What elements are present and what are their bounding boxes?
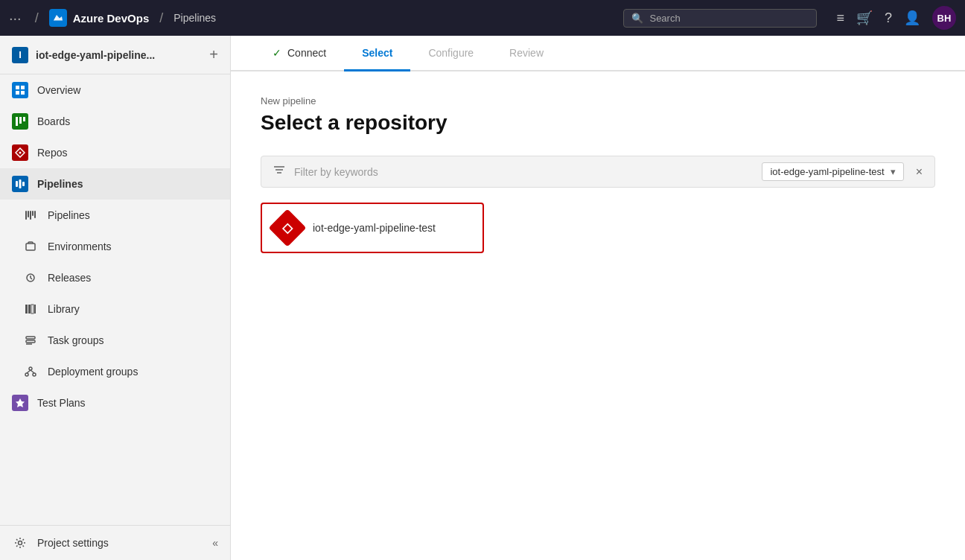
repo-name-0: iot-edge-yaml-pipeline-test xyxy=(313,222,436,234)
svg-rect-2 xyxy=(16,91,19,95)
git-icon-inner: ◇ xyxy=(282,220,293,236)
tab-select-label: Select xyxy=(362,47,392,59)
sidebar-item-test-plans[interactable]: Test Plans xyxy=(0,387,230,419)
releases-icon xyxy=(22,270,39,286)
sidebar-item-repos[interactable]: Repos xyxy=(0,137,230,168)
repo-list: ◇ iot-edge-yaml-pipeline-test xyxy=(261,203,935,253)
sidebar-item-label-repos: Repos xyxy=(37,147,67,159)
topbar-menu-dots[interactable]: ··· xyxy=(9,10,22,27)
filter-selected-value: iot-edge-yaml-pipeline-test ▾ xyxy=(762,162,903,181)
shopping-icon[interactable]: 🛒 xyxy=(856,10,873,26)
filter-dropdown-icon[interactable]: ▾ xyxy=(891,166,896,177)
breadcrumb-pipelines: Pipelines xyxy=(173,12,216,24)
sidebar-item-library[interactable]: Library xyxy=(0,293,230,325)
sidebar-item-label-task-groups: Task groups xyxy=(48,334,103,346)
svg-rect-0 xyxy=(16,86,19,89)
svg-rect-11 xyxy=(25,211,27,220)
svg-rect-22 xyxy=(26,337,35,339)
search-placeholder: Search xyxy=(649,13,680,24)
project-name: iot-edge-yaml-pipeline... xyxy=(36,49,202,61)
svg-rect-13 xyxy=(30,211,31,220)
svg-line-29 xyxy=(27,370,31,373)
sidebar-item-label-overview: Overview xyxy=(37,84,80,96)
sidebar-item-label-pipelines-sub: Pipelines xyxy=(48,209,90,221)
deployment-groups-icon xyxy=(22,363,39,380)
tab-review: Review xyxy=(491,36,561,71)
page-title: Select a repository xyxy=(261,111,935,135)
pipelines-icon xyxy=(22,207,39,223)
topbar: ··· / Azure DevOps / Pipelines 🔍 Search … xyxy=(0,0,965,36)
pipelines-section-icon xyxy=(12,176,28,192)
main-layout: I iot-edge-yaml-pipeline... + Overview B… xyxy=(0,36,965,560)
tab-review-label: Review xyxy=(509,47,544,59)
svg-point-31 xyxy=(19,541,22,545)
page-subtitle: New pipeline xyxy=(261,95,935,106)
svg-rect-16 xyxy=(26,244,35,250)
tab-configure-label: Configure xyxy=(428,47,474,59)
sidebar-item-label-boards: Boards xyxy=(37,115,70,127)
sidebar-item-environments[interactable]: Environments xyxy=(0,231,230,262)
sidebar-project: I iot-edge-yaml-pipeline... + xyxy=(0,36,230,74)
help-icon[interactable]: ? xyxy=(885,10,892,26)
search-box[interactable]: 🔍 Search xyxy=(623,9,817,28)
content-area: New pipeline Select a repository Filter … xyxy=(231,71,965,560)
avatar[interactable]: BH xyxy=(932,6,956,30)
sidebar-item-pipelines[interactable]: Pipelines xyxy=(0,200,230,231)
svg-rect-18 xyxy=(25,305,28,314)
library-icon xyxy=(22,301,39,317)
project-settings-label: Project settings xyxy=(37,537,109,549)
svg-rect-23 xyxy=(26,340,35,343)
sidebar-item-releases[interactable]: Releases xyxy=(0,262,230,293)
svg-rect-5 xyxy=(19,117,22,124)
sidebar-section-pipelines[interactable]: Pipelines xyxy=(0,168,230,200)
svg-point-28 xyxy=(33,373,36,376)
sidebar-item-label-test-plans: Test Plans xyxy=(37,397,86,409)
collapse-icon[interactable]: « xyxy=(212,537,218,549)
svg-rect-3 xyxy=(21,91,25,95)
svg-rect-12 xyxy=(28,211,29,217)
svg-line-30 xyxy=(31,370,34,373)
tab-configure: Configure xyxy=(410,36,491,71)
svg-rect-14 xyxy=(32,211,34,216)
breadcrumb-slash: / xyxy=(159,10,163,26)
notifications-icon[interactable]: ≡ xyxy=(836,10,844,26)
azure-devops-logo[interactable]: Azure DevOps xyxy=(49,9,150,27)
tab-connect-label: Connect xyxy=(287,47,326,59)
settings-icon xyxy=(12,535,28,551)
repo-git-icon: ◇ xyxy=(269,209,307,247)
wizard-tabs: ✓ Connect Select Configure Review xyxy=(231,36,965,71)
task-groups-icon xyxy=(22,332,39,349)
add-project-icon[interactable]: + xyxy=(209,46,218,63)
topbar-icons: ≡ 🛒 ? 👤 BH xyxy=(836,6,956,30)
overview-icon xyxy=(12,82,28,98)
svg-rect-10 xyxy=(22,182,25,186)
user-settings-icon[interactable]: 👤 xyxy=(904,10,920,26)
svg-rect-4 xyxy=(16,117,18,126)
filter-clear-button[interactable]: × xyxy=(916,165,923,179)
sidebar: I iot-edge-yaml-pipeline... + Overview B… xyxy=(0,36,231,560)
filter-bar: Filter by keywords iot-edge-yaml-pipelin… xyxy=(261,156,935,188)
svg-point-7 xyxy=(19,152,22,154)
svg-rect-20 xyxy=(31,305,34,314)
project-icon: I xyxy=(12,47,28,63)
sidebar-bottom: Project settings « xyxy=(0,525,230,560)
search-icon: 🔍 xyxy=(631,13,643,24)
svg-rect-21 xyxy=(34,305,36,314)
environments-icon xyxy=(22,238,39,255)
sidebar-project-settings[interactable]: Project settings « xyxy=(0,526,230,560)
sidebar-item-boards[interactable]: Boards xyxy=(0,106,230,137)
svg-rect-15 xyxy=(34,211,36,218)
tab-connect[interactable]: ✓ Connect xyxy=(255,36,344,71)
sidebar-item-label-environments: Environments xyxy=(48,241,112,252)
sidebar-item-deployment-groups[interactable]: Deployment groups xyxy=(0,356,230,387)
tab-select[interactable]: Select xyxy=(344,36,410,71)
filter-placeholder[interactable]: Filter by keywords xyxy=(294,166,753,178)
sidebar-item-label-deployment-groups: Deployment groups xyxy=(48,366,138,378)
svg-rect-1 xyxy=(21,86,25,89)
repo-item-0[interactable]: ◇ iot-edge-yaml-pipeline-test xyxy=(261,203,484,253)
connect-check-icon: ✓ xyxy=(273,47,281,59)
sidebar-item-task-groups[interactable]: Task groups xyxy=(0,325,230,356)
sidebar-item-overview[interactable]: Overview xyxy=(0,74,230,106)
svg-point-27 xyxy=(25,373,28,376)
app-title: Azure DevOps xyxy=(73,12,150,25)
